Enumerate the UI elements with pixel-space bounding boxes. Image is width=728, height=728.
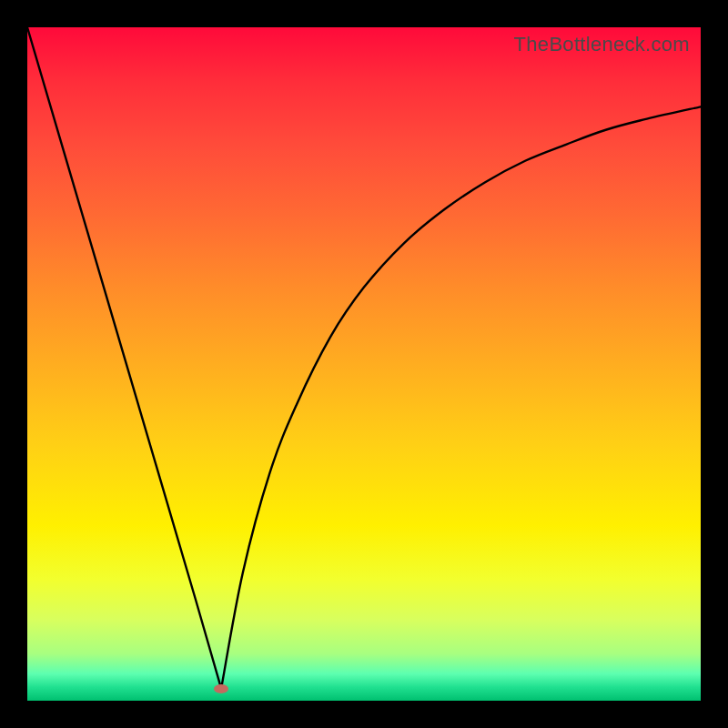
curve-right-branch bbox=[221, 106, 701, 688]
minimum-marker bbox=[214, 684, 228, 693]
curve-left-branch bbox=[27, 27, 221, 689]
bottleneck-curve bbox=[27, 27, 701, 701]
plot-area: TheBottleneck.com bbox=[27, 27, 701, 701]
chart-frame: TheBottleneck.com bbox=[0, 0, 728, 728]
